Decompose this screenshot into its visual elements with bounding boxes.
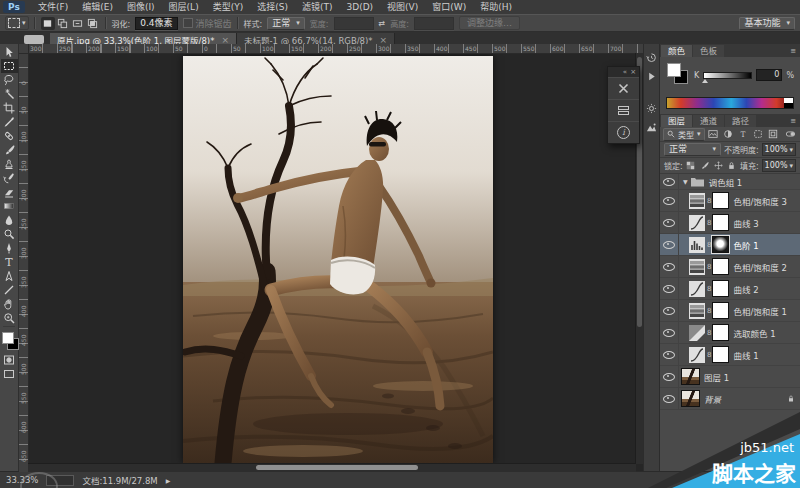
layer-mask-thumbnail[interactable]	[712, 258, 729, 275]
tool-preset-picker[interactable]: ▾	[5, 16, 29, 30]
close-icon[interactable]: ×	[630, 67, 636, 77]
crop-tool[interactable]	[1, 101, 18, 115]
foreground-color-swatch[interactable]	[667, 63, 681, 77]
close-tab-icon[interactable]: ×	[380, 35, 388, 45]
menu-item[interactable]: 窗口(W)	[425, 0, 473, 14]
info-icon[interactable]: i	[608, 121, 639, 143]
menu-item[interactable]: 编辑(E)	[75, 0, 120, 14]
layer-row[interactable]: 8 色相/饱和度 1	[660, 300, 800, 322]
height-input[interactable]	[414, 17, 454, 30]
menu-item[interactable]: 选择(S)	[250, 0, 295, 14]
panel-menu-icon[interactable]: ≡	[790, 45, 800, 57]
dodge-tool[interactable]	[1, 227, 18, 241]
layer-th umbnail[interactable]	[681, 368, 700, 385]
visibility-toggle[interactable]	[660, 234, 679, 255]
layer-row[interactable]: 8 选取颜色 1	[660, 322, 800, 344]
visibility-toggle[interactable]	[660, 388, 679, 409]
refine-edge-button[interactable]: 调整边缘…	[459, 16, 520, 30]
styles-panel-icon[interactable]	[646, 121, 658, 133]
swap-dimensions-icon[interactable]: ⇄	[379, 19, 386, 28]
antialias-checkbox[interactable]: 消除锯齿	[183, 17, 232, 30]
menu-item[interactable]: 图层(L)	[162, 0, 206, 14]
history-brush-tool[interactable]	[1, 171, 18, 185]
gradient-tool[interactable]	[1, 199, 18, 213]
lock-position-icon[interactable]	[713, 160, 724, 171]
layer-row-selected[interactable]: 8 色阶 1	[660, 234, 800, 256]
tab-swatches[interactable]: 色板	[693, 45, 724, 57]
group-name[interactable]: 调色组 1	[709, 176, 743, 188]
tab-paths[interactable]: 路径	[725, 115, 756, 127]
layer-row[interactable]: 8 曲线 3	[660, 212, 800, 234]
layer-mask-thumbnail[interactable]	[712, 324, 729, 341]
filter-adjustment-layers-icon[interactable]	[722, 129, 735, 140]
zoom-tool[interactable]	[1, 311, 18, 325]
visibility-toggle[interactable]	[660, 278, 679, 299]
visibility-toggle[interactable]	[660, 190, 679, 211]
lasso-tool[interactable]	[1, 73, 18, 87]
menu-item[interactable]: 帮助(H)	[473, 0, 519, 14]
visibility-toggle[interactable]	[660, 366, 679, 387]
magic-wand-tool[interactable]	[1, 87, 18, 101]
lock-all-icon[interactable]	[726, 160, 737, 171]
blend-mode-select[interactable]: 正常 ▾	[664, 143, 721, 156]
layer-row[interactable]: 图层 1	[660, 366, 800, 388]
feather-input[interactable]: 0.4像素	[135, 17, 177, 30]
tab-color[interactable]: 颜色	[661, 45, 692, 57]
floating-panel[interactable]: « × i	[607, 66, 640, 144]
opacity-input[interactable]: 100% ▾	[762, 143, 796, 156]
spot-healing-brush-tool[interactable]	[1, 129, 18, 143]
visibility-toggle[interactable]	[660, 174, 679, 189]
layer-row[interactable]: 8 曲线 1	[660, 344, 800, 366]
layer-mask-thumbnail[interactable]	[712, 280, 729, 297]
visibility-toggle[interactable]	[660, 322, 679, 343]
horizontal-scrollbar-thumb[interactable]	[256, 465, 418, 470]
color-spectrum-ramp[interactable]	[666, 97, 794, 109]
layer-mask-thumbnail[interactable]	[712, 302, 729, 319]
slides-icon[interactable]	[608, 99, 639, 121]
visibility-toggle[interactable]	[660, 212, 679, 233]
eraser-tool[interactable]	[1, 185, 18, 199]
new-selection-icon[interactable]	[41, 17, 55, 30]
intersect-selection-icon[interactable]	[86, 17, 100, 30]
lock-image-pixels-icon[interactable]	[699, 160, 710, 171]
visibility-toggle[interactable]	[660, 300, 679, 321]
menu-item[interactable]: 3D(D)	[339, 0, 380, 14]
lock-transparent-pixels-icon[interactable]	[686, 160, 697, 171]
adjustments-panel-icon[interactable]	[646, 102, 658, 114]
layer-row[interactable]: 8 色相/饱和度 2	[660, 256, 800, 278]
menu-item[interactable]: 滤镜(T)	[295, 0, 340, 14]
tab-layers[interactable]: 图层	[661, 115, 692, 127]
move-tool[interactable]	[1, 45, 18, 59]
screen-mode-icon[interactable]	[1, 367, 18, 381]
fill-input[interactable]: 100% ▾	[762, 159, 796, 172]
horizontal-scrollbar[interactable]	[28, 463, 636, 472]
filter-smart-objects-icon[interactable]	[767, 129, 780, 140]
clone-stamp-tool[interactable]	[1, 157, 18, 171]
ruler-corner[interactable]	[19, 44, 29, 54]
path-selection-tool[interactable]	[1, 269, 18, 283]
hand-tool[interactable]	[1, 297, 18, 311]
layer-mask-thumbnail[interactable]	[712, 214, 729, 231]
history-panel-icon[interactable]	[646, 51, 658, 63]
filter-toggle-icon[interactable]	[784, 129, 797, 140]
style-select[interactable]: 正常 ▾	[267, 17, 305, 30]
menu-item[interactable]: 视图(V)	[380, 0, 425, 14]
layer-filter-select[interactable]: 类型 ▾	[663, 128, 705, 141]
k-slider[interactable]	[703, 72, 752, 79]
width-input[interactable]	[334, 17, 374, 30]
background-layer-row[interactable]: 背景	[660, 388, 800, 410]
filter-pixel-layers-icon[interactable]	[707, 129, 720, 140]
line-tool[interactable]	[1, 283, 18, 297]
brush-tool[interactable]	[1, 143, 18, 157]
add-to-selection-icon[interactable]	[56, 17, 70, 30]
subtract-from-selection-icon[interactable]	[71, 17, 85, 30]
layer-group-row[interactable]: ▼ 调色组 1	[660, 174, 800, 190]
rectangular-marquee-tool[interactable]	[1, 59, 18, 73]
document-image[interactable]	[183, 56, 493, 463]
layer-mask-thumbnail[interactable]	[712, 192, 729, 209]
black-swatch[interactable]	[784, 103, 793, 108]
slider-marker-icon[interactable]	[702, 79, 708, 83]
menu-item[interactable]: 类型(Y)	[206, 0, 251, 14]
eyedropper-tool[interactable]	[1, 115, 18, 129]
filter-type-layers-icon[interactable]: T	[737, 129, 750, 140]
